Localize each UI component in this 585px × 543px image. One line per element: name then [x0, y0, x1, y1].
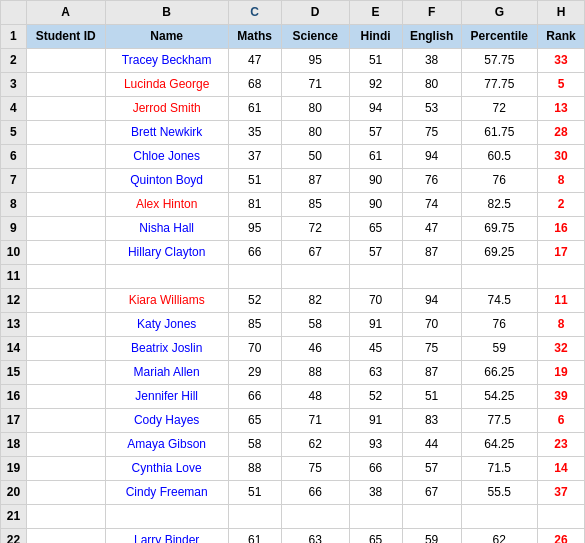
cell-c: 52 [228, 289, 281, 313]
cell-c: 65 [228, 409, 281, 433]
student-id [26, 361, 105, 385]
row-number: 6 [1, 145, 27, 169]
col-header-row: A B C D E F G H [1, 1, 585, 25]
cell-f: 74 [402, 193, 461, 217]
cell-e: 51 [349, 49, 402, 73]
cell-h: 28 [537, 121, 584, 145]
cell-d: 85 [281, 193, 349, 217]
cell-e: 92 [349, 73, 402, 97]
cell-d: 82 [281, 289, 349, 313]
col-e-header: E [349, 1, 402, 25]
cell-f: 59 [402, 529, 461, 544]
row-number: 12 [1, 289, 27, 313]
row-number: 3 [1, 73, 27, 97]
table-row: 17Cody Hayes6571918377.56 [1, 409, 585, 433]
table-row: 9Nisha Hall9572654769.7516 [1, 217, 585, 241]
row-number: 15 [1, 361, 27, 385]
cell-d: 72 [281, 217, 349, 241]
student-id [26, 97, 105, 121]
cell-d [281, 505, 349, 529]
cell-d: 71 [281, 409, 349, 433]
cell-d: 67 [281, 241, 349, 265]
cell-d: 95 [281, 49, 349, 73]
table-row: 7Quinton Boyd51879076768 [1, 169, 585, 193]
table-row: 18Amaya Gibson5862934464.2523 [1, 433, 585, 457]
row-number: 2 [1, 49, 27, 73]
cell-e [349, 265, 402, 289]
science-header: Science [281, 25, 349, 49]
cell-c: 47 [228, 49, 281, 73]
cell-c: 88 [228, 457, 281, 481]
cell-h: 23 [537, 433, 584, 457]
table-row: 4Jerrod Smith618094537213 [1, 97, 585, 121]
cell-d: 66 [281, 481, 349, 505]
cell-d [281, 265, 349, 289]
col-g-header: G [461, 1, 537, 25]
cell-d: 58 [281, 313, 349, 337]
spreadsheet: A B C D E F G H 1 Student ID Name Maths … [0, 0, 585, 543]
table-row: 12Kiara Williams5282709474.511 [1, 289, 585, 313]
cell-c: 58 [228, 433, 281, 457]
cell-f: 87 [402, 241, 461, 265]
row-number: 9 [1, 217, 27, 241]
cell-f: 80 [402, 73, 461, 97]
cell-c [228, 505, 281, 529]
cell-f [402, 505, 461, 529]
cell-d: 75 [281, 457, 349, 481]
table-row: 15Mariah Allen2988638766.2519 [1, 361, 585, 385]
student-id [26, 385, 105, 409]
cell-g: 64.25 [461, 433, 537, 457]
cell-c: 95 [228, 217, 281, 241]
cell-d: 87 [281, 169, 349, 193]
cell-f: 70 [402, 313, 461, 337]
student-name: Cynthia Love [105, 457, 228, 481]
table-row: 5Brett Newkirk3580577561.7528 [1, 121, 585, 145]
cell-g: 62 [461, 529, 537, 544]
row-number: 18 [1, 433, 27, 457]
name-header: Name [105, 25, 228, 49]
cell-h: 32 [537, 337, 584, 361]
percentile-header: Percentile [461, 25, 537, 49]
table-row: 20Cindy Freeman5166386755.537 [1, 481, 585, 505]
cell-d: 46 [281, 337, 349, 361]
cell-c: 66 [228, 241, 281, 265]
table-row: 13Katy Jones85589170768 [1, 313, 585, 337]
student-id [26, 289, 105, 313]
student-id [26, 481, 105, 505]
student-name [105, 505, 228, 529]
student-name: Beatrix Joslin [105, 337, 228, 361]
cell-h: 37 [537, 481, 584, 505]
table-row: 3Lucinda George6871928077.755 [1, 73, 585, 97]
cell-f [402, 265, 461, 289]
cell-c: 68 [228, 73, 281, 97]
row-number: 5 [1, 121, 27, 145]
student-id [26, 49, 105, 73]
cell-e: 65 [349, 529, 402, 544]
cell-d: 88 [281, 361, 349, 385]
rank-header: Rank [537, 25, 584, 49]
cell-h: 8 [537, 313, 584, 337]
cell-c: 37 [228, 145, 281, 169]
cell-c: 51 [228, 169, 281, 193]
maths-header: Maths [228, 25, 281, 49]
cell-e: 63 [349, 361, 402, 385]
table-row: 2Tracey Beckham4795513857.7533 [1, 49, 585, 73]
student-name: Brett Newkirk [105, 121, 228, 145]
cell-e: 91 [349, 409, 402, 433]
cell-e: 94 [349, 97, 402, 121]
cell-c: 66 [228, 385, 281, 409]
student-name: Jennifer Hill [105, 385, 228, 409]
cell-g: 74.5 [461, 289, 537, 313]
row-number: 4 [1, 97, 27, 121]
col-a-header: A [26, 1, 105, 25]
cell-g: 59 [461, 337, 537, 361]
cell-e: 52 [349, 385, 402, 409]
table-row: 16Jennifer Hill6648525154.2539 [1, 385, 585, 409]
cell-e: 90 [349, 193, 402, 217]
cell-g: 76 [461, 169, 537, 193]
cell-h: 5 [537, 73, 584, 97]
table-row: 11 [1, 265, 585, 289]
cell-d: 80 [281, 121, 349, 145]
cell-g: 55.5 [461, 481, 537, 505]
student-name: Chloe Jones [105, 145, 228, 169]
